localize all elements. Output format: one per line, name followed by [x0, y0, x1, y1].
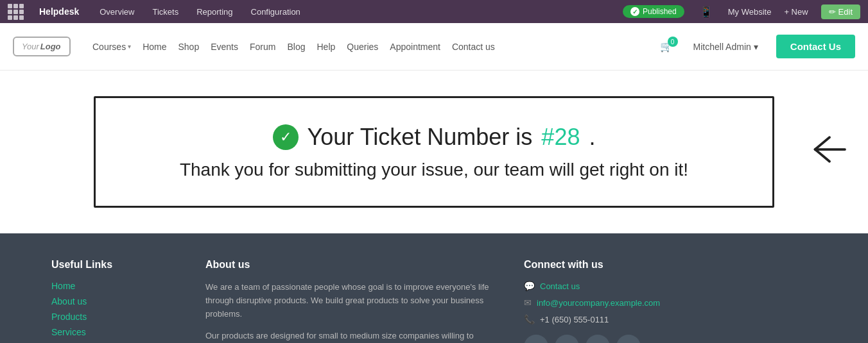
- contact-us-link[interactable]: Contact us: [540, 281, 580, 291]
- phone-icon: 📞: [524, 314, 535, 324]
- admin-nav-overview[interactable]: Overview: [97, 7, 137, 17]
- cart-badge: 0: [668, 37, 678, 47]
- mobile-preview-icon[interactable]: 📱: [697, 6, 715, 18]
- connect-heading: Connect with us: [524, 259, 817, 271]
- pencil-icon: ✏: [829, 7, 836, 17]
- nav-appointment[interactable]: Appointment: [385, 39, 446, 54]
- admin-bar: Helpdesk Overview Tickets Reporting Conf…: [0, 0, 868, 23]
- social-linkedin-button[interactable]: in: [586, 335, 610, 343]
- chat-icon: 💬: [524, 281, 535, 291]
- footer-link-home[interactable]: Home: [51, 281, 180, 291]
- nav-events[interactable]: Events: [205, 39, 243, 54]
- footer: Useful Links Home About us Products Serv…: [0, 233, 868, 343]
- contact-item-support: 💬 Contact us: [524, 281, 817, 291]
- footer-useful-links: Useful Links Home About us Products Serv…: [51, 259, 180, 343]
- admin-nav-tickets[interactable]: Tickets: [150, 7, 181, 17]
- published-button[interactable]: ✓ Published: [623, 5, 684, 18]
- ticket-number: #28: [541, 124, 580, 151]
- about-us-heading: About us: [205, 259, 498, 271]
- footer-link-products[interactable]: Products: [51, 312, 180, 322]
- email-icon: ✉: [524, 297, 532, 308]
- social-twitter-button[interactable]: t: [555, 335, 579, 343]
- website-navbar: Your Logo Courses ▾ Home Shop Events For…: [0, 23, 868, 71]
- app-grid-icon[interactable]: [8, 4, 24, 20]
- logo-brand: Logo: [40, 42, 61, 51]
- edit-button[interactable]: ✏ Edit: [821, 4, 860, 19]
- contact-item-phone: 📞 +1 (650) 555-0111: [524, 314, 817, 324]
- about-us-para2: Our products are designed for small to m…: [205, 330, 498, 343]
- user-menu-caret-icon: ▾: [754, 42, 758, 52]
- social-home-button[interactable]: ⌂: [616, 335, 641, 343]
- logo[interactable]: Your Logo: [13, 37, 71, 56]
- admin-nav-configuration[interactable]: Configuration: [248, 7, 303, 17]
- useful-links-heading: Useful Links: [51, 259, 180, 271]
- logo-your: Your: [22, 42, 39, 51]
- ticket-confirmation-box: ✓ Your Ticket Number is #28. Thank you f…: [94, 96, 774, 208]
- phone-number: +1 (650) 555-0111: [540, 315, 609, 324]
- contact-item-email: ✉ info@yourcompany.example.com: [524, 297, 817, 308]
- published-check-icon: ✓: [630, 7, 639, 16]
- success-check-icon: ✓: [273, 124, 299, 150]
- user-name: Mitchell Admin: [693, 42, 751, 52]
- edit-label: Edit: [838, 7, 853, 17]
- nav-blog[interactable]: Blog: [282, 39, 310, 54]
- contact-us-nav-button[interactable]: Contact Us: [776, 35, 855, 58]
- courses-caret-icon: ▾: [128, 43, 131, 50]
- nav-courses[interactable]: Courses ▾: [87, 39, 136, 54]
- main-content: ✓ Your Ticket Number is #28. Thank you f…: [0, 71, 868, 233]
- ticket-prefix: Your Ticket Number is: [308, 124, 533, 151]
- back-arrow-icon[interactable]: [810, 133, 849, 171]
- footer-about-us: About us We are a team of passionate peo…: [205, 259, 498, 343]
- user-menu[interactable]: Mitchell Admin ▾: [693, 42, 758, 52]
- published-label: Published: [643, 7, 677, 16]
- nav-contact-us[interactable]: Contact us: [447, 39, 500, 54]
- my-website-menu[interactable]: My Website: [728, 7, 772, 17]
- footer-link-services[interactable]: Services: [51, 327, 180, 337]
- new-button[interactable]: + New: [784, 7, 808, 17]
- nav-help[interactable]: Help: [312, 39, 341, 54]
- nav-forum[interactable]: Forum: [245, 39, 281, 54]
- nav-queries[interactable]: Queries: [342, 39, 383, 54]
- cart-icon[interactable]: 🛒 0: [660, 40, 673, 53]
- brand-label: Helpdesk: [39, 6, 79, 17]
- ticket-suffix: .: [589, 124, 595, 151]
- nav-shop[interactable]: Shop: [173, 39, 205, 54]
- footer-connect: Connect with us 💬 Contact us ✉ info@your…: [524, 259, 817, 343]
- nav-home[interactable]: Home: [137, 39, 171, 54]
- about-us-para1: We are a team of passionate people whose…: [205, 281, 498, 321]
- ticket-title: ✓ Your Ticket Number is #28.: [134, 124, 734, 151]
- ticket-thank-you: Thank you for submitting your issue, our…: [134, 160, 734, 180]
- social-icons: f t in ⌂: [524, 335, 817, 343]
- website-nav-links: Courses ▾ Home Shop Events Forum Blog He…: [87, 39, 645, 54]
- social-facebook-button[interactable]: f: [524, 335, 548, 343]
- admin-nav-reporting[interactable]: Reporting: [194, 7, 235, 17]
- footer-link-about-us[interactable]: About us: [51, 296, 180, 306]
- email-link[interactable]: info@yourcompany.example.com: [537, 298, 660, 308]
